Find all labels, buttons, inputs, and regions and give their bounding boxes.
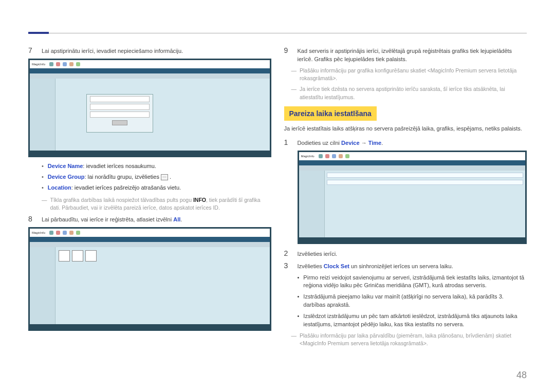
step-number: 7 [28, 46, 36, 55]
sub-bullet: •Izstrādājumā pieejamo laiku var mainīt … [298, 293, 527, 309]
bullet-list: • Device Name: ievadiet ierīces nosaukum… [42, 162, 271, 192]
step-text: Izvēlieties ierīci. [298, 249, 527, 258]
step-number: 1 [284, 138, 292, 147]
note-schedule-config: ― Plašāku informāciju par grafika konfig… [291, 67, 527, 82]
step-text: Izvēlieties Clock Set un sinhronizējiet … [298, 262, 527, 271]
sub-bullets: •Pirmo reizi veidojot savienojumu ar ser… [298, 274, 527, 329]
left-column: 7 Lai apstiprinātu ierīci, ievadiet nepi… [28, 46, 271, 351]
screenshot-time-tab: MagicInfo [298, 151, 527, 244]
header-accent [28, 32, 49, 34]
step-3: 3 Izvēlieties Clock Set un sinhronizējie… [284, 262, 527, 271]
step-text: Kad serveris ir apstiprinājis ierīci, iz… [298, 46, 527, 64]
step-number: 3 [284, 262, 292, 271]
bullet-device-name: • Device Name: ievadiet ierīces nosaukum… [42, 162, 271, 171]
step-number: 8 [28, 215, 36, 224]
app-logo: MagicInfo [301, 155, 314, 158]
step-2: 2 Izvēlieties ierīci. [284, 249, 527, 258]
bullet-device-group: • Device Group: lai norādītu grupu, izvē… [42, 173, 271, 181]
section-intro: Ja ierīcē iestatītais laiks atšķiras no … [284, 125, 527, 133]
header-rule [28, 33, 527, 33]
sub-bullet: •Izslēdzot izstrādājumu un pēc tam atkār… [298, 312, 527, 329]
note-info: ― Tīkla grafika darbības laikā nospiežot… [42, 196, 271, 212]
ellipsis-icon: ⋯ [161, 174, 168, 180]
app-logo: MagicInfo [32, 63, 45, 66]
step-text: Lai apstiprinātu ierīci, ievadiet nepiec… [42, 46, 271, 55]
step-number: 9 [284, 46, 292, 64]
screenshot-approve-dialog: MagicInfo [28, 59, 271, 157]
sub-bullet: •Pirmo reizi veidojot savienojumu ar ser… [298, 274, 527, 290]
app-logo: MagicInfo [32, 231, 45, 234]
step-8: 8 Lai pārbaudītu, vai ierīce ir reģistrē… [28, 215, 271, 224]
bullet-location: • Location: ievadiet ierīces pašreizējo … [42, 184, 271, 192]
step-1: 1 Dodieties uz cilni Device → Time. [284, 138, 527, 147]
screenshot-device-list: MagicInfo [28, 227, 271, 331]
step-text: Dodieties uz cilni Device → Time. [298, 138, 527, 147]
page-body: 7 Lai apstiprinātu ierīci, ievadiet nepi… [28, 46, 527, 351]
note-time-management: ― Plašāku informāciju par laika pārvaldī… [291, 332, 527, 347]
step-7: 7 Lai apstiprinātu ierīci, ievadiet nepi… [28, 46, 271, 55]
step-number: 2 [284, 249, 292, 258]
note-device-delete: ― Ja ierīce tiek dzēsta no servera apsti… [291, 85, 527, 101]
page-number: 48 [516, 370, 527, 381]
step-9: 9 Kad serveris ir apstiprinājis ierīci, … [284, 46, 527, 64]
approve-dialog [86, 94, 153, 133]
section-heading: Pareiza laika iestatīšana [284, 106, 377, 121]
right-column: 9 Kad serveris ir apstiprinājis ierīci, … [284, 46, 527, 351]
step-text: Lai pārbaudītu, vai ierīce ir reģistrēta… [42, 215, 271, 224]
